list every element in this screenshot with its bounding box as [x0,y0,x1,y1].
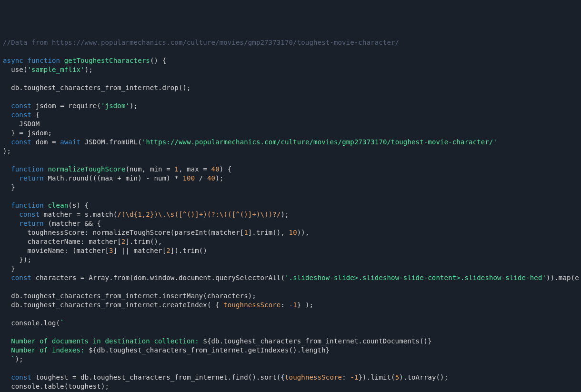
fn-main-name: getToughestCharacters [64,57,150,64]
require-arg: 'jsdom' [101,102,130,110]
destruct-jsdom: JSDOM [19,120,40,128]
comment-line: //Data from https://www.popularmechanics… [3,39,399,46]
fn-norm-name: normalizeToughScore [48,165,125,173]
fn-clean-name: clean [48,201,68,209]
insert-call: db.toughest_characters_from_internet.ins… [11,292,256,300]
url-arg: 'https://www.popularmechanics.com/cultur… [142,138,497,146]
drop-call: db.toughest_characters_from_internet.dro… [11,84,190,91]
use-arg: 'sample_mflix' [28,66,85,73]
selector-string: '.slideshow-slide>.slideshow-slide-conte… [285,274,546,281]
console-table: console.table(toughest); [11,382,109,390]
kw-async: async [3,57,23,64]
code-editor[interactable]: //Data from https://www.popularmechanics… [3,38,578,392]
regex-literal: /(\d{1,2})\.\s([^()]+)(?:\(([^()]+)\))?/ [117,211,280,218]
